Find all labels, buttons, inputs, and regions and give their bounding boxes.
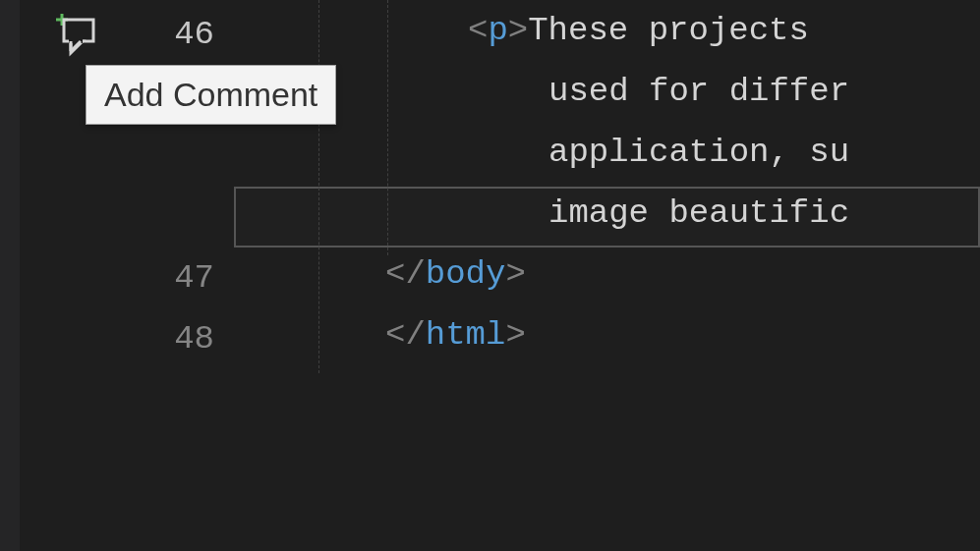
wrapped-line-spacer <box>20 187 214 248</box>
tag-bracket: > <box>505 255 525 293</box>
code-text: used for differ <box>548 73 849 110</box>
tag-name: html <box>426 316 506 354</box>
add-comment-icon <box>51 14 98 57</box>
tag-bracket: </ <box>385 255 426 293</box>
code-line-wrapped[interactable]: image beautific <box>234 183 980 244</box>
tag-bracket: > <box>508 12 528 49</box>
tag-bracket: < <box>468 12 488 49</box>
code-text: These projects <box>528 12 809 49</box>
tooltip-add-comment: Add Comment <box>86 65 336 125</box>
code-line[interactable]: </html> <box>234 304 980 365</box>
code-text: image beautific <box>548 194 849 232</box>
line-number[interactable]: 47 <box>20 248 214 308</box>
tag-bracket: > <box>505 316 525 354</box>
code-line[interactable]: <p>These projects <box>234 0 980 61</box>
add-comment-button[interactable] <box>51 14 98 57</box>
wrapped-line-spacer <box>20 126 214 187</box>
code-line[interactable]: </body> <box>234 244 980 304</box>
tag-name: body <box>426 255 506 293</box>
code-line-wrapped[interactable]: used for differ <box>234 61 980 122</box>
tag-name: p <box>488 12 507 49</box>
tag-bracket: </ <box>385 316 426 354</box>
line-number[interactable]: 48 <box>20 308 214 369</box>
code-line-wrapped[interactable]: application, su <box>234 122 980 183</box>
line-number[interactable]: 46 <box>20 4 214 65</box>
code-content[interactable]: <p>These projects used for differ applic… <box>234 0 980 551</box>
activity-bar-edge <box>0 0 20 551</box>
code-text: application, su <box>548 134 849 171</box>
